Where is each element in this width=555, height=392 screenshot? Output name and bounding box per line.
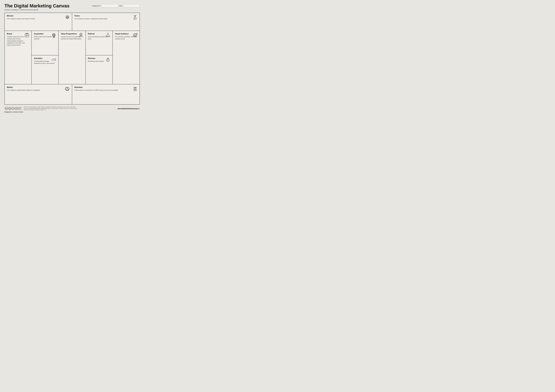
designed-by: Designed by: Jeremy Corman (4, 111, 140, 113)
svg-line-47 (108, 34, 109, 36)
svg-rect-3 (67, 18, 68, 19)
cell-vision: Vision The company's long-term, aspirati… (72, 13, 140, 31)
cc-icon-nc: ℹ (18, 107, 21, 110)
market-title: Market (7, 86, 70, 88)
svg-point-0 (66, 16, 68, 18)
col-brand: Brand Complete expression of the company… (5, 31, 32, 84)
svg-rect-10 (134, 18, 136, 19)
cell-brand: Brand Complete expression of the company… (5, 31, 31, 84)
website-url: www.digitalmarketingcanvas.co (117, 108, 139, 109)
svg-line-33 (55, 58, 55, 58)
page-header: The Digital Marketing Canvas Develop a s… (4, 3, 140, 11)
value-props-icon (78, 32, 84, 39)
cc-icons: cc ⊕ ↺ ⊖ ℹ (5, 107, 21, 110)
svg-point-1 (67, 17, 68, 18)
mission-desc: The company's purpose and reason for bei… (7, 18, 70, 20)
date-field: Date: (119, 4, 140, 7)
page-subtitle: Develop a strategy to accelerate busines… (4, 9, 69, 11)
svg-point-12 (135, 16, 135, 16)
market-desc: The company's market position relative t… (7, 89, 70, 91)
cell-value-propositions: Value Propositions Promise of value to b… (58, 31, 85, 84)
row-market-retention: Market The company's market position rel… (5, 84, 140, 104)
page-title: The Digital Marketing Canvas (4, 3, 69, 8)
footer-left: cc ⊕ ↺ ⊖ ℹ This work is licensed under a… (5, 106, 78, 110)
canvas: Mission The company's purpose and reason… (4, 13, 140, 105)
svg-point-27 (54, 37, 54, 37)
row-main: Brand Complete expression of the company… (5, 31, 140, 84)
cell-retention: Retention Getting users to come back to … (72, 84, 140, 104)
svg-point-18 (26, 35, 27, 35)
svg-point-44 (106, 36, 107, 37)
acquisition-icon (51, 32, 57, 39)
svg-rect-8 (66, 18, 67, 19)
activation-icon (51, 57, 57, 64)
cell-referral: Referral Users referring the product to … (86, 31, 112, 55)
designed-for-field: Designed for: (92, 4, 118, 7)
retention-icon (132, 86, 138, 93)
cell-mission: Mission The company's purpose and reason… (5, 13, 72, 31)
svg-line-59 (68, 88, 68, 88)
vision-title: Vision (74, 15, 137, 17)
col-value-props: Value Propositions Promise of value to b… (58, 31, 86, 84)
cell-market: Market The company's market position rel… (5, 84, 72, 104)
footer-url: www.digitalmarketingcanvas.co (117, 108, 139, 109)
svg-point-19 (26, 35, 27, 36)
date-label: Date: (119, 5, 123, 7)
cell-target-audience: Target Audience The customers (existing … (113, 31, 140, 84)
vision-icon (132, 15, 138, 21)
market-icon (65, 86, 70, 93)
brand-icon (24, 32, 30, 39)
date-input[interactable] (123, 4, 140, 7)
cc-icon-by: ⊕ (8, 107, 11, 110)
svg-rect-61 (134, 90, 136, 91)
designed-by-label: Designed by: (4, 111, 13, 113)
header-left: The Digital Marketing Canvas Develop a s… (4, 3, 69, 11)
svg-point-52 (135, 35, 135, 36)
cc-icon-sa: ↺ (12, 107, 15, 110)
svg-rect-9 (68, 16, 69, 16)
svg-rect-4 (66, 17, 66, 18)
designer-name: Jeremy Corman (13, 111, 23, 113)
row-mission-vision: Mission The company's purpose and reason… (5, 13, 140, 31)
svg-point-32 (54, 61, 54, 61)
cc-icon-cc: cc (5, 107, 8, 110)
header-right: Designed for: Date: (92, 4, 140, 7)
col-target-audience: Target Audience The customers (existing … (113, 31, 140, 84)
col-acquisition-activation: Acquisition Getting visitors from scalab… (32, 31, 58, 84)
svg-rect-2 (67, 15, 68, 16)
svg-rect-5 (68, 17, 69, 18)
cell-acquisition: Acquisition Getting visitors from scalab… (32, 31, 58, 55)
target-audience-icon (132, 32, 138, 39)
svg-line-34 (56, 59, 56, 59)
retention-desc: Getting users to come back to to AARR se… (74, 89, 137, 91)
designed-for-label: Designed for: (92, 5, 101, 7)
svg-rect-13 (25, 34, 29, 37)
svg-point-45 (109, 36, 110, 37)
designed-for-input[interactable] (101, 4, 118, 7)
svg-point-43 (107, 33, 109, 34)
mission-icon (65, 15, 70, 21)
footer-license-text: This work is licensed under a Creative C… (23, 106, 78, 110)
mission-title: Mission (7, 15, 70, 17)
cell-revenue: Revenue Monetizing users behavior $ (86, 55, 112, 84)
col-referral-revenue: Referral Users referring the product to … (86, 31, 113, 84)
svg-point-37 (80, 34, 81, 35)
svg-rect-6 (66, 16, 67, 16)
cc-icon-nd: ⊖ (15, 107, 18, 110)
referral-icon (105, 32, 111, 39)
svg-point-57 (136, 33, 137, 34)
vision-desc: The company's long-term, aspirational bu… (74, 18, 137, 20)
cell-activation: Activation A measurable first happy expe… (32, 55, 58, 84)
svg-point-29 (54, 37, 55, 37)
footer: cc ⊕ ↺ ⊖ ℹ This work is licensed under a… (4, 106, 140, 110)
retention-title: Retention (74, 86, 137, 88)
svg-text:$: $ (108, 59, 108, 61)
revenue-icon: $ (105, 57, 111, 64)
svg-point-25 (53, 37, 53, 37)
svg-line-46 (106, 34, 108, 36)
